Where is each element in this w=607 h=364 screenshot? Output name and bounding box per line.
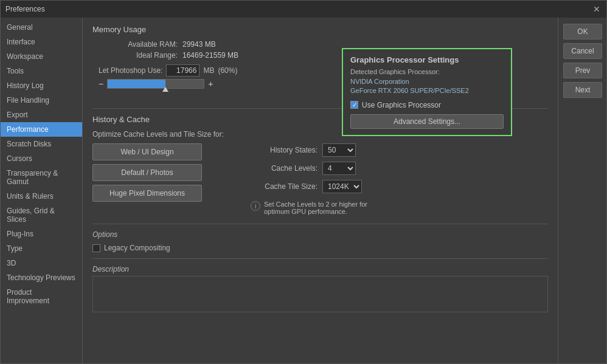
history-states-select[interactable]: 50 25 100 — [322, 143, 356, 157]
cache-buttons: Web / UI Design Default / Photos Huge Pi… — [92, 143, 202, 202]
cache-levels-label: Cache Levels: — [251, 164, 317, 173]
sidebar-item-history-log[interactable]: History Log — [1, 78, 82, 93]
cache-levels-row: Cache Levels: 4 2 6 8 — [251, 162, 390, 175]
let-use-row: Let Photoshop Use: MB (60%) — [99, 64, 238, 77]
gpu-settings-box: Graphics Processor Settings Detected Gra… — [342, 48, 512, 136]
cancel-button[interactable]: Cancel — [563, 43, 602, 59]
sidebar-item-type[interactable]: Type — [1, 241, 82, 256]
divider-3 — [92, 258, 548, 259]
sidebar-item-tools[interactable]: Tools — [1, 64, 82, 78]
preferences-window: Preferences ✕ General Interface Workspac… — [0, 0, 607, 364]
legacy-compositing-checkbox[interactable] — [92, 244, 100, 252]
close-button[interactable]: ✕ — [592, 4, 602, 14]
available-ram-label: Available RAM: — [99, 40, 178, 49]
use-gpu-checkbox[interactable]: ✓ — [350, 101, 358, 109]
sidebar-item-units-rulers[interactable]: Units & Rulers — [1, 189, 82, 204]
memory-slider-row: − + — [99, 79, 238, 89]
sidebar-item-workspace[interactable]: Workspace — [1, 49, 82, 64]
cache-note-text: Set Cache Levels to 2 or higher for opti… — [264, 201, 390, 215]
divider-2 — [92, 224, 548, 224]
sidebar-item-transparency-gamut[interactable]: Transparency & Gamut — [1, 166, 82, 189]
memory-grid: Available RAM: 29943 MB Ideal Range: 164… — [99, 40, 238, 60]
sidebar-item-cursors[interactable]: Cursors — [1, 151, 82, 166]
options-section: Options Legacy Compositing — [92, 230, 548, 252]
cache-tile-label: Cache Tile Size: — [251, 182, 317, 191]
window-title: Preferences — [5, 5, 45, 13]
slider-minus-button[interactable]: − — [99, 79, 103, 89]
history-layout: Web / UI Design Default / Photos Huge Pi… — [92, 143, 548, 215]
sidebar-item-file-handling[interactable]: File Handling — [1, 93, 82, 108]
legacy-compositing-label: Legacy Compositing — [104, 244, 170, 252]
ideal-range-value: 16469-21559 MB — [182, 51, 238, 60]
history-states-row: History States: 50 25 100 — [251, 143, 390, 157]
sidebar: General Interface Workspace Tools Histor… — [1, 18, 83, 363]
huge-pixel-button[interactable]: Huge Pixel Dimensions — [92, 185, 202, 202]
memory-slider[interactable] — [107, 79, 204, 89]
history-states-label: History States: — [251, 146, 317, 154]
options-header: Options — [92, 230, 548, 239]
gpu-detected-value: NVIDIA Corporation GeForce RTX 2060 SUPE… — [350, 77, 504, 96]
gpu-line1: NVIDIA Corporation — [350, 78, 409, 85]
sidebar-item-interface[interactable]: Interface — [1, 35, 82, 49]
default-photos-button[interactable]: Default / Photos — [92, 164, 202, 181]
sidebar-item-export[interactable]: Export — [1, 108, 82, 122]
gpu-line2: GeForce RTX 2060 SUPER/PCIe/SSE2 — [350, 87, 469, 94]
right-buttons: OK Cancel Prev Next — [558, 18, 606, 363]
next-button[interactable]: Next — [563, 82, 602, 98]
let-use-input[interactable] — [166, 64, 199, 77]
gpu-checkbox-row: ✓ Use Graphics Processor — [350, 101, 504, 109]
ideal-range-row: Ideal Range: 16469-21559 MB — [99, 51, 238, 60]
gpu-box-title: Graphics Processor Settings — [350, 55, 504, 64]
let-use-label: Let Photoshop Use: — [99, 66, 162, 75]
content-area: General Interface Workspace Tools Histor… — [1, 18, 606, 363]
memory-section: Memory Usage Available RAM: 29943 MB Ide… — [92, 25, 238, 89]
ok-button[interactable]: OK — [563, 24, 602, 39]
cache-tile-row: Cache Tile Size: 1024K 512K 2048K — [251, 180, 390, 193]
sidebar-item-guides-grid-slices[interactable]: Guides, Grid & Slices — [1, 204, 82, 227]
sidebar-item-product-improvement[interactable]: Product Improvement — [1, 285, 82, 308]
sidebar-item-3d[interactable]: 3D — [1, 256, 82, 270]
description-label: Description — [92, 265, 548, 273]
sidebar-item-performance[interactable]: Performance — [1, 122, 82, 137]
sidebar-item-plug-ins[interactable]: Plug-Ins — [1, 227, 82, 241]
advanced-settings-button[interactable]: Advanced Settings... — [350, 114, 504, 129]
web-ui-button[interactable]: Web / UI Design — [92, 143, 202, 160]
title-bar: Preferences ✕ — [1, 1, 606, 18]
slider-fill — [108, 80, 165, 88]
cache-levels-select[interactable]: 4 2 6 8 — [322, 162, 356, 175]
use-gpu-label: Use Graphics Processor — [362, 101, 441, 109]
gpu-detected-label: Detected Graphics Processor: — [350, 68, 504, 75]
available-ram-value: 29943 MB — [182, 40, 216, 49]
description-box — [92, 276, 548, 312]
sidebar-item-general[interactable]: General — [1, 20, 82, 35]
available-ram-row: Available RAM: 29943 MB — [99, 40, 238, 49]
prev-button[interactable]: Prev — [563, 63, 602, 78]
main-panel: Memory Usage Available RAM: 29943 MB Ide… — [83, 18, 558, 363]
let-use-unit: MB — [203, 66, 214, 75]
legacy-compositing-row: Legacy Compositing — [92, 244, 548, 252]
let-use-pct: (60%) — [218, 66, 237, 75]
cache-note: i Set Cache Levels to 2 or higher for op… — [251, 201, 390, 215]
ideal-range-label: Ideal Range: — [99, 51, 178, 60]
cache-settings: History States: 50 25 100 Cache Levels: … — [251, 143, 390, 215]
sidebar-item-technology-previews[interactable]: Technology Previews — [1, 270, 82, 285]
top-area: Memory Usage Available RAM: 29943 MB Ide… — [92, 25, 548, 98]
gpu-checkmark-icon: ✓ — [352, 101, 357, 108]
memory-section-title: Memory Usage — [92, 25, 238, 34]
slider-plus-button[interactable]: + — [208, 79, 213, 89]
info-icon: i — [251, 201, 260, 211]
cache-tile-select[interactable]: 1024K 512K 2048K — [322, 180, 362, 193]
sidebar-item-scratch-disks[interactable]: Scratch Disks — [1, 137, 82, 151]
